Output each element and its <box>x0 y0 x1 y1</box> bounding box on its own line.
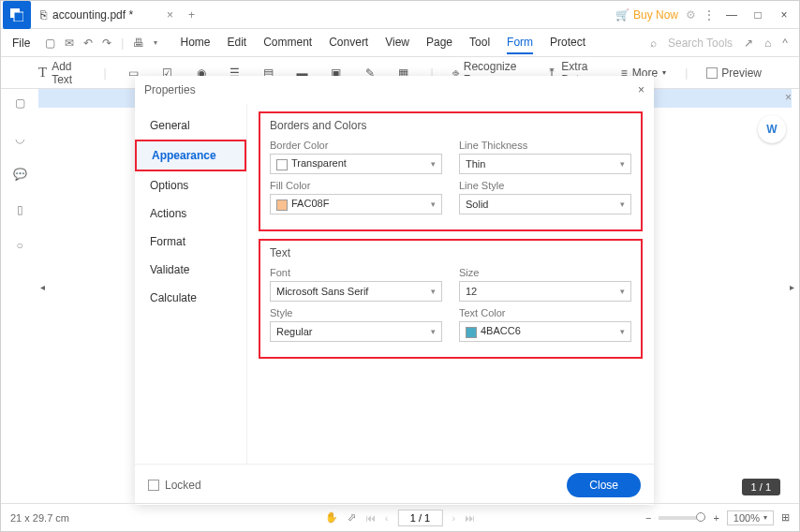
file-menu[interactable]: File <box>5 37 37 50</box>
tab-comment[interactable]: Comment <box>263 32 312 54</box>
close-button[interactable]: Close <box>567 473 641 497</box>
add-text-button[interactable]: T Add Text <box>38 60 84 86</box>
prev-page-icon[interactable]: ‹ <box>385 512 389 524</box>
properties-sidebar: General Appearance Options Actions Forma… <box>135 104 247 464</box>
tab-form[interactable]: Form <box>507 32 533 54</box>
comments-icon[interactable]: 💬 <box>13 168 27 181</box>
close-window-button[interactable]: × <box>775 6 793 24</box>
attachments-icon[interactable]: ▯ <box>17 203 23 216</box>
sidebar-item-validate[interactable]: Validate <box>135 256 246 284</box>
zoom-in-icon[interactable]: + <box>713 512 719 524</box>
undo-icon[interactable]: ↶ <box>83 37 93 50</box>
font-label: Font <box>270 267 442 278</box>
title-bar: ⎘ accounting.pdf * × + 🛒Buy Now ⚙ ⋮ — □ … <box>1 1 799 29</box>
close-banner-icon[interactable]: × <box>785 91 792 104</box>
document-tab[interactable]: ⎘ accounting.pdf * × <box>33 1 181 29</box>
fill-color-dropdown[interactable]: FAC08F ▾ <box>270 194 442 214</box>
minimize-button[interactable]: — <box>722 6 741 24</box>
text-color-dropdown[interactable]: 4BACC6 ▾ <box>459 321 631 342</box>
print-icon[interactable]: 🖶 <box>133 37 144 50</box>
tab-doc-icon: ⎘ <box>40 8 47 22</box>
collapse-icon[interactable]: ^ <box>782 37 788 50</box>
search-rail-icon[interactable]: ○ <box>16 239 22 252</box>
tab-page[interactable]: Page <box>426 32 452 54</box>
scroll-right-icon[interactable]: ▸ <box>790 282 797 291</box>
search-icon[interactable]: ⌕ <box>650 37 657 50</box>
tab-protect[interactable]: Protect <box>550 32 585 54</box>
border-color-label: Border Color <box>270 140 442 151</box>
zoom-slider[interactable] <box>659 516 705 520</box>
word-export-badge[interactable]: W <box>758 115 786 143</box>
menu-bar: File ▢ ✉ ↶ ↷ | 🖶 ▾ Home Edit Comment Con… <box>1 29 799 57</box>
properties-panel: Properties × General Appearance Options … <box>135 76 654 505</box>
fit-view-icon[interactable]: ⊞ <box>781 511 790 524</box>
svg-rect-1 <box>14 12 23 22</box>
share-icon[interactable]: ↗ <box>744 37 753 50</box>
sidebar-item-appearance[interactable]: Appearance <box>135 140 246 171</box>
style-dropdown[interactable]: Regular ▾ <box>270 321 442 342</box>
new-tab-button[interactable]: + <box>181 8 202 22</box>
transparent-swatch-icon <box>276 159 288 170</box>
first-page-icon[interactable]: ⏮ <box>365 512 376 524</box>
chevron-down-icon: ▾ <box>662 68 666 77</box>
tab-edit[interactable]: Edit <box>227 32 246 54</box>
select-tool-icon[interactable]: ⬀ <box>348 511 356 524</box>
close-panel-icon[interactable]: × <box>638 83 644 96</box>
bookmark-icon[interactable]: ◡ <box>15 132 24 145</box>
text-section: Text Font Microsoft Sans Serif ▾ Size 12 <box>259 239 643 359</box>
preview-toggle[interactable]: Preview <box>706 66 762 80</box>
sidebar-item-actions[interactable]: Actions <box>135 200 246 228</box>
font-dropdown[interactable]: Microsoft Sans Serif ▾ <box>270 281 442 302</box>
cart-icon: 🛒 <box>615 8 630 22</box>
size-dropdown[interactable]: 12 ▾ <box>459 281 631 302</box>
app-logo-icon <box>3 1 31 29</box>
cloud-icon[interactable]: ⌂ <box>764 37 771 50</box>
tab-tool[interactable]: Tool <box>469 32 490 54</box>
print-dropdown-icon[interactable]: ▾ <box>154 38 157 47</box>
tab-home[interactable]: Home <box>180 32 210 54</box>
sidebar-item-format[interactable]: Format <box>135 228 246 256</box>
chevron-down-icon: ▾ <box>431 287 436 296</box>
style-label: Style <box>270 307 442 318</box>
zoom-value-dropdown[interactable]: 100% ▾ <box>727 510 774 525</box>
save-icon[interactable]: ▢ <box>45 37 55 50</box>
hand-tool-icon[interactable]: ✋ <box>325 511 338 524</box>
zoom-out-icon[interactable]: − <box>645 512 651 524</box>
tab-convert[interactable]: Convert <box>329 32 368 54</box>
redo-icon[interactable]: ↷ <box>102 37 111 50</box>
chevron-down-icon: ▾ <box>431 159 436 169</box>
preview-checkbox[interactable] <box>706 67 718 79</box>
user-avatar-icon[interactable]: ⚙ <box>686 8 696 22</box>
border-color-dropdown[interactable]: Transparent ▾ <box>270 154 442 174</box>
buy-now-link[interactable]: 🛒Buy Now <box>615 8 678 22</box>
sidebar-item-general[interactable]: General <box>135 111 246 140</box>
chevron-down-icon: ▾ <box>620 287 625 296</box>
line-style-dropdown[interactable]: Solid ▾ <box>459 194 631 214</box>
chevron-down-icon: ▾ <box>620 200 625 209</box>
maximize-button[interactable]: □ <box>748 6 767 24</box>
line-thickness-dropdown[interactable]: Thin ▾ <box>459 154 631 174</box>
scroll-left-icon[interactable]: ◂ <box>40 282 48 291</box>
mail-icon[interactable]: ✉ <box>65 37 74 50</box>
tab-view[interactable]: View <box>385 32 409 54</box>
tab-title: accounting.pdf * <box>52 8 133 22</box>
search-tools-input[interactable]: Search Tools <box>668 37 733 50</box>
last-page-icon[interactable]: ⏭ <box>465 512 475 524</box>
text-color-label: Text Color <box>459 307 631 318</box>
chevron-down-icon: ▾ <box>763 513 767 522</box>
locked-checkbox[interactable]: Locked <box>148 479 201 492</box>
borders-colors-section: Borders and Colors Border Color Transpar… <box>259 111 643 231</box>
panel-title: Properties <box>144 83 196 96</box>
sidebar-item-options[interactable]: Options <box>135 171 246 200</box>
page-navigation: ✋ ⬀ ⏮ ‹ › ⏭ <box>325 510 475 526</box>
text-swatch-icon <box>466 327 477 338</box>
locked-checkbox-box[interactable] <box>148 480 159 491</box>
more-menu-icon[interactable]: ⋮ <box>704 8 715 22</box>
sidebar-item-calculate[interactable]: Calculate <box>135 284 246 312</box>
zoom-slider-thumb[interactable] <box>696 512 705 522</box>
page-input[interactable] <box>398 510 443 526</box>
chevron-down-icon: ▾ <box>620 327 625 336</box>
next-page-icon[interactable]: › <box>452 512 456 524</box>
thumbnails-icon[interactable]: ▢ <box>15 96 25 110</box>
close-tab-icon[interactable]: × <box>167 8 173 22</box>
